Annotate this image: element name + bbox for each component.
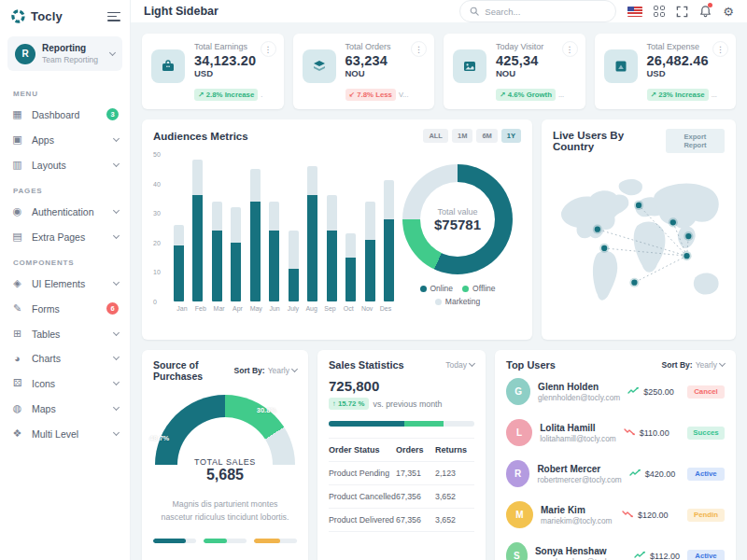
sales-growth-badge: ↑ 15.72 % [329, 398, 369, 410]
sidebar-item-charts[interactable]: ◕Charts [0, 346, 130, 371]
mini-progress-bar [153, 539, 196, 543]
sidebar-item-label: Maps [32, 403, 106, 414]
status-badge: Cancel [687, 385, 725, 399]
user-amount: $120.00 [622, 510, 680, 520]
settings-gear-icon[interactable]: ⚙ [723, 5, 734, 19]
order-status-table: Order StatusOrdersReturnsProduct Pending… [329, 438, 474, 532]
sidebar-nav: MENU▦Dashboard3▣Apps▥LayoutsPAGES◉Authen… [0, 80, 130, 446]
trend-down-icon [624, 427, 636, 438]
sidebar-item-dashboard[interactable]: ▦Dashboard3 [0, 102, 130, 127]
sidebar-item-tables[interactable]: ⊞Tables [0, 321, 130, 346]
notifications-bell-icon[interactable] [699, 5, 712, 18]
kebab-menu-icon[interactable]: ⋮ [562, 41, 578, 57]
language-flag-icon[interactable] [627, 7, 642, 17]
kebab-menu-icon[interactable]: ⋮ [712, 41, 728, 57]
map-marker[interactable] [636, 203, 641, 208]
mini-progress-bar [254, 539, 297, 543]
sidebar-item-label: Icons [32, 378, 106, 389]
sidebar-item-forms[interactable]: ✎Forms6 [0, 296, 130, 321]
user-amount: $110.00 [624, 427, 680, 438]
map-marker[interactable] [595, 227, 600, 232]
kebab-menu-icon[interactable]: ⋮ [261, 41, 276, 57]
legend-dot [462, 286, 469, 292]
stat-suffix: ... [712, 91, 717, 99]
export-report-button[interactable]: Export Report [666, 129, 725, 153]
nav-section-label: MENU [0, 80, 130, 102]
map-marker[interactable] [670, 219, 676, 225]
y-axis-label: 40 [153, 181, 161, 188]
user-name: Marie Kim [541, 504, 614, 516]
stat-suffix: V... [399, 91, 409, 99]
y-axis-label: 0 [153, 299, 157, 305]
sales-progress-bar [329, 421, 474, 427]
sales-period-dropdown[interactable]: Today [445, 360, 474, 370]
sales-value: 725,800 [329, 378, 474, 394]
users-sort-dropdown[interactable]: Sort By: Yearly [662, 360, 725, 370]
layouts-icon: ▥ [11, 159, 23, 171]
trend-up-icon [634, 551, 646, 560]
audiences-metrics-card: Audiences Metrics ALL1M6M1Y 01020304050 … [142, 119, 532, 340]
tables-icon: ⊞ [11, 328, 23, 340]
sidebar-item-ui-elements[interactable]: ◈UI Elements [0, 271, 130, 296]
sidebar-item-label: Layouts [32, 160, 106, 171]
avatar: M [506, 501, 533, 528]
search-box[interactable] [459, 0, 616, 22]
user-email: mariekim@tocly.com [541, 516, 614, 526]
range-button-all[interactable]: ALL [423, 129, 448, 143]
map-marker[interactable] [684, 253, 689, 259]
sidebar-item-extra-pages[interactable]: ▤Extra Pages [0, 224, 130, 249]
apps-grid-icon[interactable] [654, 6, 665, 17]
status-badge: Active [687, 550, 725, 560]
gauge-segment-label: 48.7% [149, 434, 169, 442]
range-button-1y[interactable]: 1Y [501, 129, 521, 143]
sidebar-item-layouts[interactable]: ▥Layouts [0, 152, 130, 177]
sort-value: Yearly [268, 366, 289, 375]
fullscreen-icon[interactable] [676, 6, 688, 18]
user-name: Sonya Henshaw [535, 545, 627, 557]
total-sales-value: 5,685 [153, 467, 297, 483]
sidebar-item-label: Charts [32, 353, 106, 364]
sidebar-item-maps[interactable]: ◍Maps [0, 396, 130, 421]
user-email: robertmercer@tocly.com [537, 475, 621, 485]
user-row: RRobert Mercerrobertmercer@tocly.com$420… [506, 453, 725, 494]
avatar: L [506, 419, 532, 446]
chevron-down-icon [113, 379, 120, 385]
sidebar-item-label: Apps [32, 134, 106, 146]
app-name: Tocly [31, 9, 102, 23]
user-amount: $250.00 [627, 386, 680, 397]
status-badge: Pendin [687, 509, 725, 522]
legend-item-online: Online [420, 284, 454, 293]
sidebar-item-multi-level[interactable]: ❖Multi Level [0, 421, 130, 446]
team-selector[interactable]: R Reporting Team Reporting [7, 36, 122, 71]
table-header-row: Order StatusOrdersReturns [329, 438, 474, 462]
y-axis-label: 10 [153, 269, 161, 275]
sidebar-item-authentication[interactable]: ◉Authentication [0, 199, 130, 224]
stat-card-total-expense: Total Expense26,482.46USD↗ 23% Increase.… [595, 34, 737, 109]
kebab-menu-icon[interactable]: ⋮ [411, 41, 427, 57]
sidebar-item-apps[interactable]: ▣Apps [0, 127, 130, 152]
avatar: R [506, 460, 529, 487]
y-axis-label: 50 [153, 151, 161, 158]
range-button-6m[interactable]: 6M [476, 129, 497, 143]
nav-section-label: PAGES [0, 177, 130, 199]
legend-dot [435, 299, 442, 305]
sidebar-item-label: Extra Pages [32, 231, 106, 243]
donut-center-label: Total value [437, 207, 477, 217]
menu-toggle-icon[interactable] [107, 9, 120, 23]
main-area: Light Sidebar [131, 0, 747, 560]
sidebar-item-icons[interactable]: ⚄Icons [0, 371, 130, 396]
x-axis-label: July [285, 305, 302, 312]
map-marker[interactable] [631, 280, 637, 286]
map-marker[interactable] [685, 233, 691, 239]
x-axis-label: Apr [229, 305, 246, 312]
map-marker[interactable] [601, 245, 607, 251]
chevron-down-icon [291, 366, 298, 372]
range-button-1m[interactable]: 1M [452, 129, 472, 143]
bar-nov [365, 202, 375, 301]
x-axis-label: Mar [211, 305, 228, 312]
user-email: glennholden@tocly.com [538, 393, 620, 403]
user-row: SSonya Henshawsonyahenshaw@tocly.com$112… [506, 535, 725, 560]
search-input[interactable] [485, 7, 597, 17]
source-sort-dropdown[interactable]: Sort By: Yearly [234, 366, 297, 375]
chevron-down-icon [113, 404, 120, 411]
